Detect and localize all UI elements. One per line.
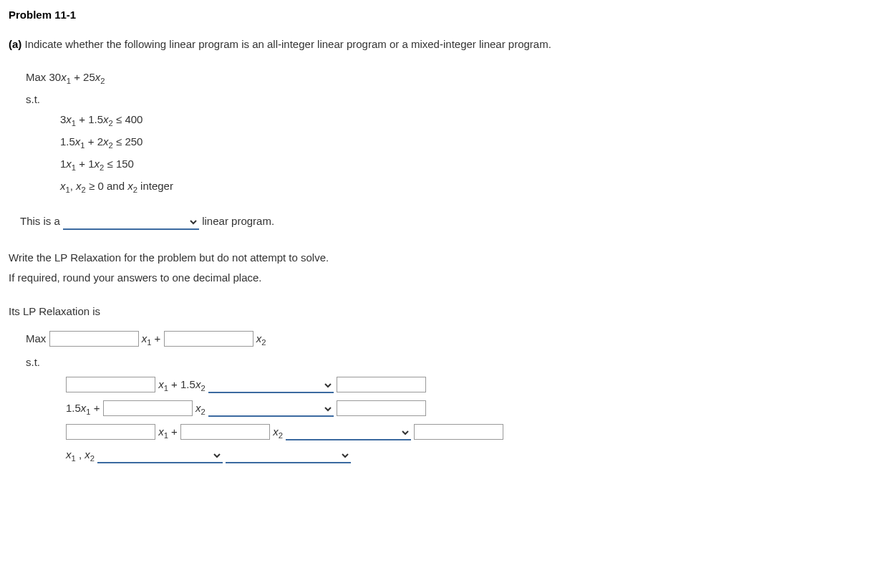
max-label: Max [26,332,46,344]
c3-relation-select[interactable] [286,425,411,440]
relax-st-label: s.t. [26,355,861,371]
problem-title: Problem 11-1 [9,7,861,24]
relax-nonneg-row: x1 , x2 [66,447,861,465]
c2-coef-x2-input[interactable] [103,400,193,416]
objective-function: Max 30x1 + 25x2 [26,69,861,87]
relax-constraint-3-row: x1 + x2 [66,424,861,442]
relax-objective-row: Max x1 + x2 [26,331,861,349]
constraint-3: 1x1 + 1x2 ≤ 150 [60,156,861,174]
relax-constraint-2-row: 1.5x1 + x2 [66,400,861,418]
constraint-1: 3x1 + 1.5x2 ≤ 400 [60,112,861,130]
program-type-row: This is a linear program. [20,213,861,230]
subject-to-label: s.t. [26,92,861,108]
c3-coef-x2-input[interactable] [180,424,270,440]
c2-relation-select[interactable] [208,401,334,417]
relax-constraint-1-row: x1 + 1.5x2 [66,377,861,395]
program-type-select[interactable] [63,214,199,230]
c3-coef-x1-input[interactable] [66,424,155,440]
nonneg-constraint: x1, x2 ≥ 0 and x2 integer [60,178,861,196]
relaxation-instructions-1: Write the LP Relaxation for the problem … [9,250,861,266]
c1-rhs-input[interactable] [337,377,426,392]
this-is-prefix: This is a [20,215,63,227]
constraint-2: 1.5x1 + 2x2 ≤ 250 [60,134,861,152]
part-a-label: (a) [9,38,21,50]
obj-coef-x2-input[interactable] [164,331,253,347]
obj-coef-x1-input[interactable] [49,331,139,347]
nonneg-select-1[interactable] [97,448,223,463]
c2-rhs-input[interactable] [337,400,426,416]
c1-coef-x1-input[interactable] [66,377,155,392]
nonneg-select-2[interactable] [226,448,351,463]
c1-relation-select[interactable] [208,377,334,393]
relaxation-instructions-2: If required, round your answers to one d… [9,270,861,286]
this-is-suffix: linear program. [202,215,274,227]
lp-relaxation-block: Max x1 + x2 s.t. x1 + 1.5x2 1.5x1 + x2 x… [26,331,861,465]
c3-rhs-input[interactable] [414,424,503,440]
part-a-text: Indicate whether the following linear pr… [21,38,551,50]
lp-formulation: Max 30x1 + 25x2 s.t. 3x1 + 1.5x2 ≤ 400 1… [26,69,861,196]
relaxation-heading: Its LP Relaxation is [9,304,861,320]
part-a-prompt: (a) Indicate whether the following linea… [9,37,861,53]
